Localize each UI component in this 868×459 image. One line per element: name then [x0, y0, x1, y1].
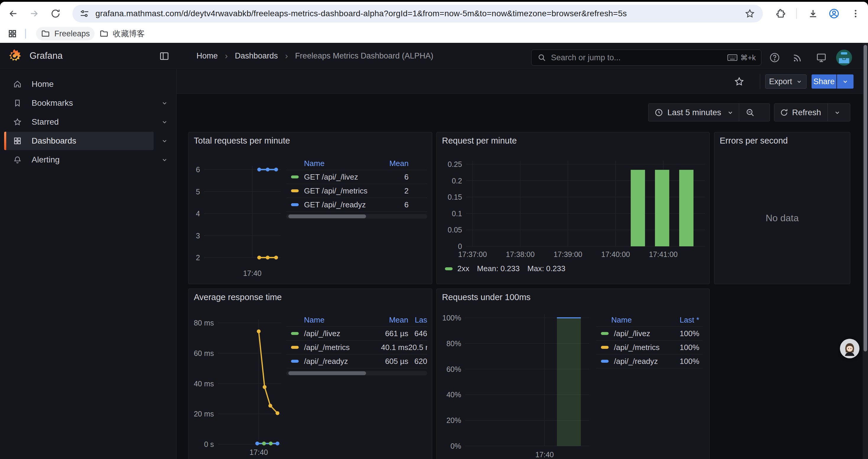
monitor-button[interactable] — [813, 50, 829, 66]
site-settings-icon[interactable] — [80, 8, 90, 19]
bookmark-icon — [13, 99, 22, 107]
panel-title[interactable]: Errors per second — [720, 136, 788, 145]
bookmark-star-icon[interactable] — [745, 8, 755, 19]
legend-table-row[interactable]: /api/_/livez100% — [596, 327, 703, 340]
sidebar-item-label: Alerting — [32, 155, 60, 165]
help-icon — [769, 52, 780, 63]
svg-text:0 s: 0 s — [204, 440, 214, 448]
share-button[interactable]: Share — [812, 74, 836, 89]
brand-text[interactable]: Grafana — [30, 49, 63, 63]
legend-series-name[interactable]: 2xx — [457, 264, 469, 273]
extensions-puzzle-icon — [776, 8, 786, 19]
back-icon — [8, 8, 19, 19]
search-input[interactable]: Search or jump to... ⌘+k — [531, 50, 761, 66]
panel-title[interactable]: Total requests per minute — [194, 136, 290, 145]
menu-button[interactable] — [849, 7, 862, 20]
refresh-interval-dropdown[interactable] — [828, 109, 847, 117]
bell-icon — [13, 155, 22, 164]
refresh-label: Refresh — [792, 108, 821, 117]
svg-text:60%: 60% — [446, 365, 461, 373]
legend-table[interactable]: NameLast */api/_/livez100%/api/_/metrics… — [596, 314, 703, 368]
svg-text:0%: 0% — [451, 442, 461, 450]
page-scrollbar[interactable] — [863, 43, 868, 459]
favorite-dashboard-button[interactable] — [734, 76, 745, 87]
forward-button[interactable] — [28, 7, 40, 20]
user-avatar[interactable] — [836, 50, 852, 66]
legend-table-row[interactable]: GET /api/_/metrics2 — [286, 184, 427, 198]
legend-table-row[interactable]: /api/_/readyz100% — [596, 355, 703, 368]
sidebar-item-dashboards[interactable]: Dashboards — [0, 132, 177, 150]
svg-text:2: 2 — [196, 254, 200, 262]
back-button[interactable] — [7, 7, 20, 20]
series-color-pill — [291, 346, 299, 349]
sidebar-item-home[interactable]: Home — [0, 75, 177, 93]
sidebar-item-bookmarks[interactable]: Bookmarks — [0, 94, 177, 112]
reload-icon — [50, 8, 61, 19]
legend-table-row[interactable]: /api/_/metrics100% — [596, 340, 703, 355]
apps-button[interactable] — [6, 27, 19, 40]
sidebar-toggle-button[interactable] — [159, 51, 169, 61]
svg-text:0: 0 — [458, 242, 462, 251]
assistant-avatar-widget[interactable] — [840, 339, 860, 358]
bookmark-folder-blogs[interactable]: 收藏博客 — [95, 27, 150, 40]
legend-table-row[interactable]: /api/_/livez661 µs646 — [286, 327, 427, 340]
svg-text:20%: 20% — [446, 416, 461, 424]
panel-title[interactable]: Request per minute — [442, 136, 517, 145]
panel-total-requests-per-minute[interactable]: Total requests per minute 6543217:40 Nam… — [188, 132, 432, 284]
panel-request-per-minute[interactable]: Request per minute 0.250.20.150.10.05017… — [436, 132, 710, 284]
panel-requests-under-100ms[interactable]: Requests under 100ms 100%80%60%40%20%0%1… — [436, 289, 710, 459]
bookmarks-bar: Freeleaps 收藏博客 — [0, 25, 868, 43]
chevron-down-icon[interactable] — [161, 156, 168, 164]
sidebar-item-starred[interactable]: Starred — [0, 113, 177, 131]
extensions-button[interactable] — [774, 7, 787, 20]
legend-table[interactable]: NameMeanLas/api/_/livez661 µs646/api/_/m… — [286, 314, 427, 368]
chevron-down-icon — [841, 78, 849, 85]
chart-legend[interactable]: 2xx Mean: 0.233 Max: 0.233 — [445, 264, 565, 273]
panel-title[interactable]: Average response time — [194, 292, 282, 302]
svg-text:4: 4 — [196, 209, 200, 218]
news-button[interactable] — [790, 50, 806, 66]
svg-text:20 ms: 20 ms — [194, 410, 214, 418]
search-placeholder: Search or jump to... — [551, 53, 727, 62]
zoom-out-button[interactable] — [739, 108, 761, 117]
legend-table[interactable]: NameMeanGET /api/_/livez6GET /api/_/metr… — [286, 157, 427, 212]
legend-scrollbar[interactable] — [286, 214, 427, 219]
chevron-down-icon[interactable] — [161, 99, 168, 107]
svg-text:0.15: 0.15 — [447, 193, 462, 201]
svg-text:80%: 80% — [446, 339, 461, 348]
help-button[interactable] — [767, 50, 783, 66]
star-icon — [13, 118, 22, 126]
panel-errors-per-second[interactable]: Errors per second No data — [714, 132, 850, 284]
refresh-button[interactable]: Refresh — [774, 103, 850, 121]
downloads-button[interactable] — [807, 7, 819, 20]
series-color-pill — [291, 203, 299, 206]
breadcrumb-dashboards[interactable]: Dashboards — [235, 52, 278, 61]
legend-table-row[interactable]: GET /api/_/livez6 — [286, 170, 427, 184]
svg-text:0.1: 0.1 — [452, 209, 462, 218]
sidebar-item-label: Bookmarks — [32, 98, 73, 108]
profile-button[interactable] — [828, 7, 840, 20]
sidebar-item-label: Home — [32, 79, 54, 89]
chevron-down-icon[interactable] — [161, 137, 168, 145]
export-button[interactable]: Export — [765, 74, 807, 89]
legend-table-row[interactable]: /api/_/metrics40.1 ms20.5 r — [286, 340, 427, 355]
breadcrumb-home[interactable]: Home — [196, 52, 218, 61]
address-bar[interactable]: grafana.mathmast.com/d/deytv4rwavabkb/fr… — [72, 5, 763, 23]
reload-button[interactable] — [49, 7, 62, 20]
svg-text:40 ms: 40 ms — [194, 380, 214, 388]
time-range-picker[interactable]: Last 5 minutes — [648, 103, 770, 121]
legend-table-row[interactable]: GET /api/_/readyz6 — [286, 198, 427, 212]
grafana-logo[interactable] — [8, 49, 21, 63]
share-dropdown-button[interactable] — [837, 74, 854, 89]
bookmark-folder-freeleaps[interactable]: Freeleaps — [36, 27, 95, 40]
chevron-down-icon[interactable] — [161, 118, 168, 126]
panel-title[interactable]: Requests under 100ms — [442, 292, 531, 302]
zoom-out-icon — [745, 108, 755, 117]
sidebar-item-alerting[interactable]: Alerting — [0, 151, 177, 169]
panel-average-response-time[interactable]: Average response time 80 ms60 ms40 ms20 … — [188, 289, 432, 459]
legend-scrollbar[interactable] — [286, 371, 427, 375]
svg-text:17:37:00: 17:37:00 — [458, 250, 487, 258]
bookmark-folder-label: 收藏博客 — [113, 28, 145, 39]
legend-table-row[interactable]: /api/_/readyz605 µs620 — [286, 355, 427, 368]
scrollbar-thumb[interactable] — [864, 45, 867, 352]
